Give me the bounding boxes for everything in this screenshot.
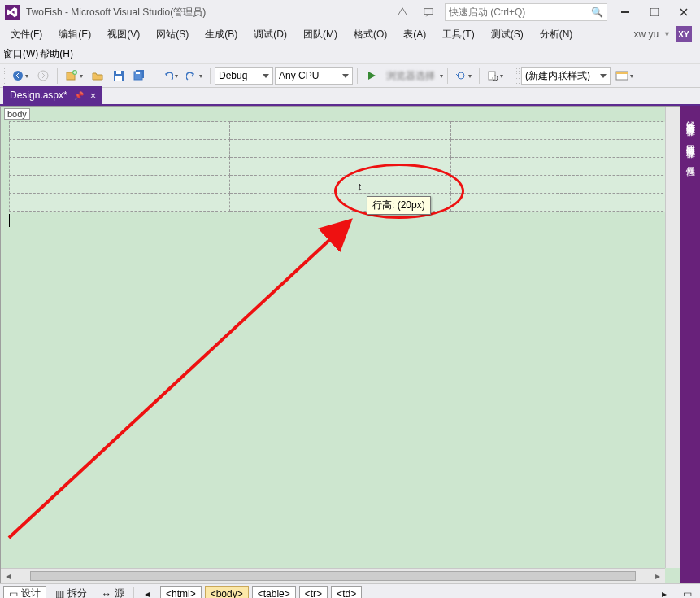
svg-rect-12 (136, 72, 140, 74)
table-row[interactable] (10, 140, 672, 158)
undo-button[interactable]: ▾ (159, 66, 181, 85)
pin-icon[interactable]: 📌 (74, 91, 84, 100)
tagpath-tr[interactable]: <tr> (299, 586, 328, 599)
feedback-icon[interactable] (419, 2, 438, 22)
view-split-label: 拆分 (67, 587, 87, 598)
tagpath-body[interactable]: <body> (205, 586, 249, 599)
table-cell[interactable] (10, 140, 230, 158)
table-cell[interactable] (10, 158, 230, 176)
start-debug-button[interactable] (362, 66, 381, 85)
style-dropdown[interactable]: (新建内联样式) (521, 67, 611, 85)
svg-rect-1 (621, 11, 629, 13)
menu-help[interactable]: 帮助(H) (40, 47, 73, 61)
table-cell[interactable] (450, 194, 671, 212)
menu-format[interactable]: 格式(O) (346, 25, 394, 44)
browser-selector-label[interactable]: 浏览器选择 (383, 69, 438, 83)
table-row[interactable] (10, 122, 672, 140)
table-cell[interactable] (450, 176, 671, 194)
table-cell[interactable] (450, 158, 671, 176)
horizontal-scrollbar[interactable]: ◂ ▸ (1, 568, 665, 583)
table-cell[interactable] (10, 122, 230, 140)
menu-website[interactable]: 网站(S) (149, 25, 196, 44)
table-cell[interactable] (10, 194, 230, 212)
side-tab-team-explorer[interactable]: 团队资源管理器 (683, 133, 698, 148)
menu-edit[interactable]: 编辑(E) (51, 25, 98, 44)
menu-analyze[interactable]: 分析(N) (533, 25, 580, 44)
menu-team[interactable]: 团队(M) (296, 25, 345, 44)
view-design-label: 设计 (21, 587, 41, 598)
minimize-button[interactable] (614, 4, 637, 20)
tagpath-scroll-left[interactable]: ◂ (137, 584, 157, 599)
document-tab-well: Design.aspx* 📌 × (0, 88, 700, 106)
menu-view[interactable]: 视图(V) (100, 25, 147, 44)
view-split-tab[interactable]: ▥拆分 (50, 586, 93, 599)
menu-window[interactable]: 窗口(W) (3, 47, 38, 61)
tagpath-table[interactable]: <table> (252, 586, 296, 599)
search-icon[interactable]: 🔍 (591, 7, 603, 18)
svg-point-4 (38, 71, 48, 81)
save-all-button[interactable] (130, 66, 150, 85)
style-label: (新建内联样式) (525, 69, 590, 83)
svg-line-17 (9, 220, 350, 538)
scroll-left-icon[interactable]: ◂ (1, 569, 15, 583)
menubar-row2: 窗口(W) 帮助(H) (0, 44, 700, 63)
tagpath-html[interactable]: <html> (160, 586, 202, 599)
element-breadcrumb[interactable]: body (4, 108, 30, 120)
nav-forward-button[interactable] (33, 66, 53, 85)
vs-logo-icon (5, 5, 20, 20)
split-icon: ▥ (55, 588, 64, 599)
save-button[interactable] (109, 66, 128, 85)
menu-file[interactable]: 文件(F) (3, 25, 50, 44)
scroll-thumb[interactable] (30, 571, 636, 581)
designer-bottom-bar: ▭设计 ▥拆分 ↔源 ◂ <html> <body> <table> <tr> … (0, 583, 700, 598)
vertical-scrollbar[interactable] (665, 107, 680, 568)
side-tab-properties[interactable]: 属性 (683, 155, 698, 166)
tagpath-scroll-right[interactable]: ▸ (654, 584, 674, 599)
maximize-button[interactable] (643, 4, 666, 20)
design-icon: ▭ (9, 588, 18, 599)
menu-table[interactable]: 表(A) (396, 25, 433, 44)
menu-build[interactable]: 生成(B) (198, 25, 245, 44)
table-row[interactable] (10, 158, 672, 176)
notifications-icon[interactable] (393, 2, 412, 22)
svg-rect-2 (650, 8, 659, 16)
refresh-button[interactable]: ▾ (452, 66, 475, 85)
svg-rect-9 (115, 76, 122, 81)
designer-surface[interactable]: body ↕ 行高: (20px) ◂ ▸ (0, 106, 680, 583)
quick-launch-box[interactable]: 🔍 (445, 3, 607, 21)
tagpath-td[interactable]: <td> (331, 586, 362, 599)
close-icon[interactable]: × (90, 89, 97, 102)
quick-launch-input[interactable] (449, 7, 591, 18)
nav-back-button[interactable]: ▾ (9, 66, 32, 85)
menu-debug[interactable]: 调试(D) (246, 25, 294, 44)
view-source-tab[interactable]: ↔源 (96, 586, 130, 599)
new-project-button[interactable]: ▾ (62, 66, 86, 85)
redo-button[interactable]: ▾ (183, 66, 206, 85)
config-label: Debug (219, 70, 247, 81)
table-cell[interactable] (450, 140, 671, 158)
window-title: TwoFish - Microsoft Visual Studio(管理员) (26, 6, 206, 20)
user-area[interactable]: xw yu ▼ XY (633, 26, 697, 42)
table-cell[interactable] (450, 122, 671, 140)
toolbar-grip-icon[interactable] (515, 68, 520, 84)
toolbar-grip-icon[interactable] (3, 68, 7, 84)
resize-ns-cursor-icon: ↕ (357, 180, 363, 193)
config-dropdown[interactable]: Debug (215, 67, 273, 85)
table-cell[interactable] (230, 122, 450, 140)
open-file-button[interactable] (88, 66, 107, 85)
work-area: body ↕ 行高: (20px) ◂ ▸ 解决方案资源管理器 (0, 106, 700, 583)
scroll-right-icon[interactable]: ▸ (650, 569, 665, 583)
menu-tools[interactable]: 工具(T) (435, 25, 481, 44)
side-tab-solution-explorer[interactable]: 解决方案资源管理器 (683, 109, 698, 126)
view-design-tab[interactable]: ▭设计 (3, 586, 46, 599)
user-avatar[interactable]: XY (676, 26, 692, 42)
platform-dropdown[interactable]: Any CPU (275, 67, 353, 85)
document-tab[interactable]: Design.aspx* 📌 × (3, 86, 102, 104)
css-target-button[interactable]: ▾ (612, 66, 637, 85)
menu-test[interactable]: 测试(S) (484, 25, 531, 44)
table-cell[interactable] (10, 176, 230, 194)
table-cell[interactable] (230, 140, 450, 158)
find-in-files-button[interactable]: ▾ (484, 66, 507, 85)
view-options-button[interactable]: ▭ (677, 584, 697, 599)
close-button[interactable] (672, 4, 695, 20)
